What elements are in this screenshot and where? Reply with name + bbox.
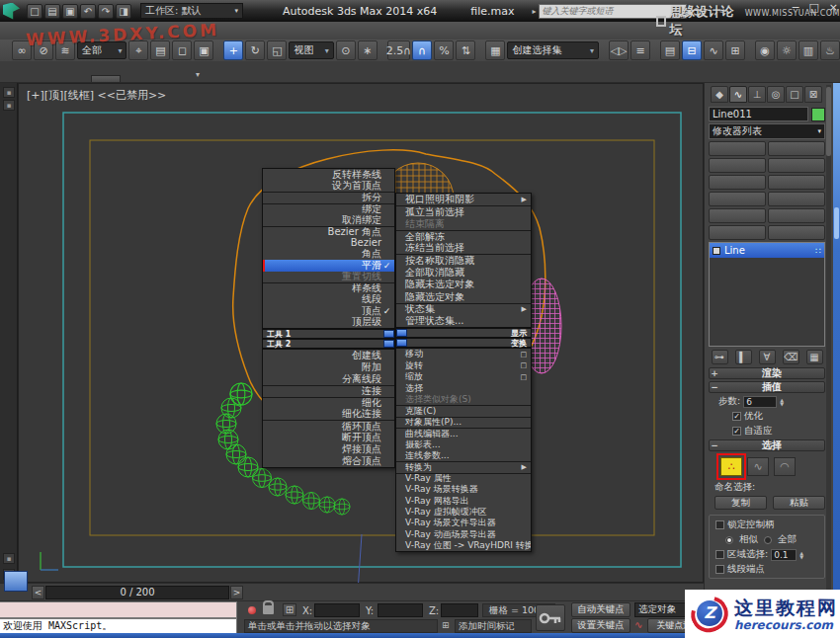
select-and-move-icon[interactable]: + ▾ [223, 40, 243, 60]
maxscript-macro-pane[interactable] [0, 601, 237, 618]
modifier-button[interactable] [768, 192, 825, 206]
z-coordinate-field[interactable] [441, 603, 478, 617]
quad-menu-item[interactable]: 平滑 ✓ [263, 260, 394, 272]
quad-menu-item[interactable]: 附加 ✓ [263, 361, 394, 373]
quad-menu-item[interactable]: 冻结当前选择 ▶ □ [396, 242, 531, 254]
quad-header[interactable]: 工具 1 [262, 329, 395, 339]
modifier-button[interactable] [768, 225, 825, 240]
quad-menu-item[interactable]: V-Ray 属性 ▶ □ [396, 473, 531, 484]
quad-header[interactable]: 工具 2 [262, 339, 395, 349]
isolate-pin-icon[interactable] [247, 604, 256, 615]
redo-icon[interactable]: ↷ [98, 4, 114, 19]
rectangular-selection-icon[interactable]: ◻ ▾ [172, 40, 192, 60]
make-unique-icon[interactable]: ∀ [759, 350, 776, 364]
quad-menu-item[interactable]: 连接 ✓ [263, 385, 394, 397]
select-and-link-icon[interactable]: ∞ ▾ [12, 40, 32, 60]
rollout-selection[interactable]: − 选择 [709, 439, 825, 451]
quad-menu-item[interactable]: 细化 ✓ [263, 397, 394, 409]
strip-button[interactable]: ▪ [3, 100, 15, 111]
select-and-rotate-icon[interactable]: ↻ ▾ [245, 40, 265, 60]
quad-menu-item[interactable]: 取消绑定 ✓ [263, 214, 394, 226]
quad-menu-item[interactable]: 隐藏未选定对象 ▶ □ [396, 279, 531, 290]
quad-menu-item[interactable]: 状态集 ▶ □ [396, 303, 531, 315]
quad-menu-item[interactable]: 断开顶点 ✓ [263, 432, 394, 443]
max-logo-icon[interactable] [3, 3, 20, 20]
menubar-item[interactable] [168, 22, 186, 40]
ribbon-tab[interactable] [91, 75, 121, 82]
spline-mode-icon[interactable]: ◠ [774, 457, 796, 476]
menubar-item[interactable] [26, 22, 43, 40]
edit-named-selection-sets-icon[interactable]: ▦ ▾ [485, 40, 505, 60]
selection-lock-icon[interactable] [263, 605, 274, 614]
selection-filter-dropdown[interactable]: 全部 ▾ [77, 41, 126, 59]
modifier-button[interactable] [709, 208, 766, 223]
configure-modifier-sets-icon[interactable]: ▦ [806, 350, 823, 364]
menubar-item[interactable] [132, 22, 150, 40]
display-tab[interactable]: □ [786, 86, 803, 103]
spinner-icon[interactable]: ▲▼ [799, 551, 803, 559]
add-time-tag[interactable]: 添加时间标记 [455, 619, 532, 633]
project-folder-icon[interactable]: ◨ [116, 4, 131, 19]
menubar-item[interactable] [61, 22, 79, 40]
area-selection-field[interactable]: 0.1 [771, 549, 797, 561]
maxscript-listener[interactable]: 欢迎使用 MAXScript。 [0, 618, 237, 634]
material-editor-icon[interactable]: ◉ ▾ [755, 40, 775, 60]
quad-menu-item[interactable]: V-Ray 场景转换器 ▶ □ [396, 484, 531, 495]
quad-menu-item[interactable]: 摄影表... ▶ □ [396, 439, 531, 449]
modifier-button[interactable] [768, 158, 825, 173]
modifier-button[interactable] [768, 208, 825, 223]
percent-snap-icon[interactable]: % ▾ [434, 40, 454, 60]
modifier-list-dropdown[interactable]: 修改器列表 ▾ [709, 123, 825, 139]
quad-menu-item[interactable]: V-Ray 位图 -> VRayHDRI 转换器 ▶ □ [396, 540, 531, 551]
render-setup-icon[interactable]: ☼ ▾ [777, 40, 797, 60]
quad-menu-item[interactable]: 顶点 ✓ [263, 305, 394, 317]
quad-menu-item[interactable]: 曲线编辑器... ▶ □ [396, 428, 531, 439]
modifier-button[interactable] [709, 141, 766, 156]
quad-menu-item[interactable]: 拆分 ✓ [263, 192, 394, 203]
layer-manager-icon[interactable]: ▤ ▾ [660, 40, 680, 60]
subobject-toggle-icon[interactable] [713, 247, 720, 255]
quad-menu-item[interactable]: 结束隔离 ▶ □ [396, 218, 531, 230]
auto-key-button[interactable]: 自动关键点 [571, 602, 630, 617]
alike-radio[interactable] [725, 536, 733, 544]
spinner-icon[interactable]: ▲▼ [780, 398, 784, 406]
modify-tab[interactable]: ∿ [729, 86, 747, 103]
quad-menu-item[interactable]: 绑定 ✓ [263, 203, 394, 215]
select-and-manipulate-icon[interactable]: ∗ ▾ [358, 40, 378, 60]
use-pivot-point-icon[interactable]: ⊙ ▾ [336, 40, 356, 60]
optimize-checkbox[interactable]: ✓ [732, 412, 741, 421]
set-key-button[interactable]: 设置关键点 [571, 618, 630, 633]
modifier-button[interactable] [768, 141, 825, 156]
named-selection-sets-dropdown[interactable]: 创建选择集 ▾ [507, 41, 599, 59]
show-end-result-icon[interactable]: ▍ [735, 350, 752, 364]
select-by-name-icon[interactable]: ▤ ▾ [150, 40, 170, 60]
quad-menu-item[interactable]: 连线参数... ▶ □ [396, 450, 531, 461]
quad-menu-item[interactable]: 转换为 ▶ □ [396, 461, 531, 472]
quad-menu-item[interactable]: V-Ray 场景文件导出器 ▶ □ [396, 518, 531, 528]
quad-menu-item[interactable]: 管理状态集... ▶ □ [396, 315, 531, 327]
menubar-item[interactable] [79, 22, 97, 40]
ribbon-overflow-icon[interactable]: ▾ [188, 67, 208, 82]
quad-menu-item[interactable]: 隐藏选定对象 ▶ □ [396, 290, 531, 302]
quad-menu-item[interactable]: 选择类似对象(S) ▶ □ [396, 394, 531, 405]
quad-menu-item[interactable]: 缩放 ▶ □ [396, 371, 531, 382]
vertex-mode-icon[interactable]: ∴ [720, 457, 742, 476]
mini-curve-editor-button[interactable] [4, 571, 28, 592]
panel-scrollbar[interactable] [826, 85, 831, 598]
ribbon-tab[interactable] [156, 76, 184, 82]
menubar-item[interactable] [115, 22, 132, 40]
select-and-scale-icon[interactable]: ◱ ▾ [267, 40, 287, 60]
workspace-dropdown[interactable]: 工作区: 默认 ▾ [140, 3, 243, 19]
object-color-swatch[interactable] [811, 108, 825, 121]
strip-button[interactable]: ▪ [3, 553, 15, 564]
quad-menu-item[interactable]: 样条线 ✓ [263, 282, 394, 294]
quad-menu-item[interactable]: 孤立当前选择 ▶ □ [396, 205, 531, 217]
menubar-item[interactable] [97, 22, 115, 40]
rollout-interpolation[interactable]: − 插值 [709, 381, 825, 393]
select-object-icon[interactable]: ⌖ ▾ [128, 40, 148, 60]
scene-explorer-icon[interactable]: ⊟ ▾ [682, 40, 702, 60]
quad-menu-item[interactable]: 设为首顶点 ✓ [263, 181, 394, 193]
all-radio[interactable] [764, 536, 772, 544]
maximize-button[interactable]: □ [808, 1, 818, 14]
rollout-render[interactable]: + 渲染 [709, 367, 825, 379]
